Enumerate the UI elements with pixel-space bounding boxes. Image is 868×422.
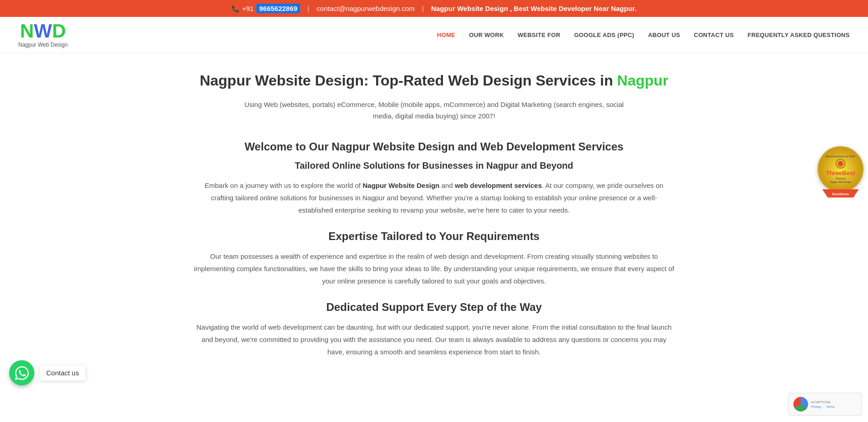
page-title: Nagpur Website Design: Top-Rated Web Des… — [192, 71, 677, 91]
section2-body: Our team possesses a wealth of experienc… — [194, 250, 674, 287]
floating-contact: Contact us — [9, 360, 86, 385]
main-nav: HOME OUR WORK WEBSITE FOR GOOGLE ADS (PP… — [437, 32, 850, 38]
nav-website-for[interactable]: WEBSITE FOR — [518, 32, 561, 38]
logo-d: D — [52, 20, 66, 42]
badge-brand: ThreeBest — [826, 170, 855, 176]
phone-icon: 📞 — [232, 5, 239, 12]
page-title-part1: Nagpur Website Design: Top-Rated Web Des… — [199, 72, 617, 89]
section1-body: Embark on a journey with us to explore t… — [194, 179, 674, 216]
nav-contact-us[interactable]: CONTACT US — [694, 32, 733, 38]
section3-body: Navigating the world of web development … — [194, 321, 674, 358]
logo-w: W — [34, 20, 52, 42]
badge-excellence: Excellence — [832, 192, 849, 196]
badge-name: Nagpur Web Design — [830, 181, 851, 183]
nav-home[interactable]: HOME — [437, 32, 455, 38]
email-address[interactable]: contact@nagpurwebdesign.com — [317, 5, 415, 12]
nav-faq[interactable]: FREQUENTLY ASKED QUESTIONS — [748, 32, 850, 38]
top-tagline: Nagpur Website Design , Best Website Dev… — [431, 5, 636, 12]
logo-tagline: Nagpur Web Design — [18, 42, 68, 48]
logo-n: N — [20, 20, 34, 42]
logo: NWD — [20, 21, 66, 41]
contact-label: Contact us — [40, 365, 86, 380]
nav-our-work[interactable]: OUR WORK — [469, 32, 504, 38]
badge-rated: Rated — [836, 176, 845, 181]
section1-heading: Welcome to Our Nagpur Website Design and… — [192, 140, 677, 153]
logo-area[interactable]: NWD Nagpur Web Design — [18, 21, 68, 48]
award-badge: Best Business of 2024 ThreeBest Rated Na… — [818, 146, 863, 192]
whatsapp-button[interactable] — [9, 360, 34, 385]
section3-heading: Dedicated Support Every Step of the Way — [192, 301, 677, 314]
nav-google-ads[interactable]: GOOGLE ADS (PPC) — [574, 32, 634, 38]
phone-number[interactable]: 9665622869 — [256, 4, 300, 13]
section1-subheading: Tailored Online Solutions for Businesses… — [192, 160, 677, 171]
page-title-highlight: Nagpur — [617, 72, 669, 89]
top-bar: 📞 +91 9665622869 | contact@nagpurwebdesi… — [0, 0, 868, 17]
phone-prefix: +91 — [242, 5, 253, 12]
main-content: Nagpur Website Design: Top-Rated Web Des… — [183, 53, 686, 390]
badge-top-text: Best Business of 2024 — [826, 155, 855, 158]
phone-info[interactable]: 📞 +91 9665622869 — [232, 4, 300, 13]
page-subtitle: Using Web (websites, portals) eCommerce,… — [237, 99, 631, 122]
separator-2: | — [422, 5, 424, 12]
nav-about-us[interactable]: ABOUT US — [648, 32, 680, 38]
whatsapp-icon — [15, 366, 29, 380]
header: NWD Nagpur Web Design HOME OUR WORK WEBS… — [0, 17, 868, 53]
award-badge-inner: Best Business of 2024 ThreeBest Rated Na… — [818, 146, 863, 192]
separator-1: | — [307, 5, 309, 12]
section2-heading: Expertise Tailored to Your Requirements — [192, 230, 677, 243]
